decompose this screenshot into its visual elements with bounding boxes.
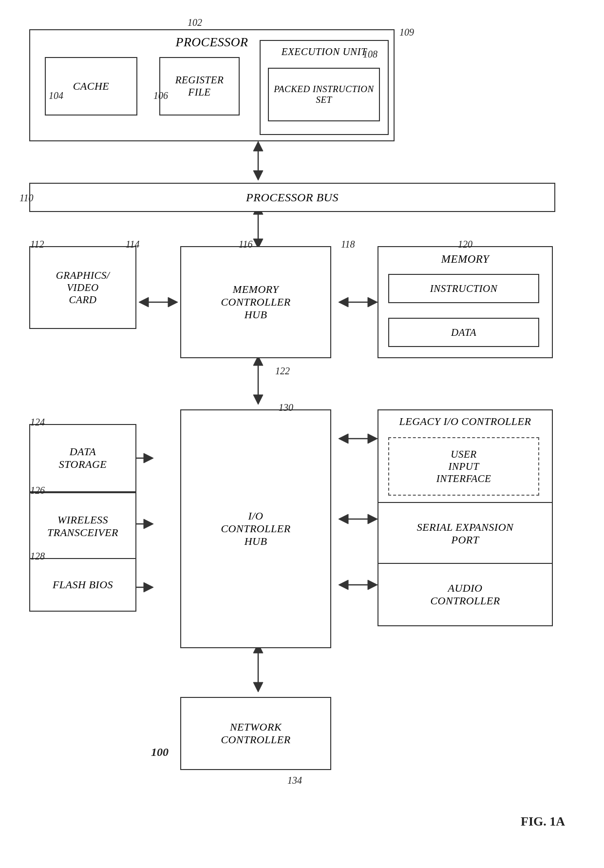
data-label: DATA [451, 327, 476, 339]
processor-label: PROCESSOR [176, 35, 248, 50]
ref-126: 126 [30, 485, 45, 496]
ref-102: 102 [188, 17, 202, 28]
serial-expansion-label: SERIAL EXPANSION PORT [417, 521, 513, 546]
svg-marker-6 [139, 297, 149, 307]
memory-outer-box: MEMORY INSTRUCTION DATA [378, 246, 553, 358]
ref-122: 122 [275, 366, 290, 377]
ref-118: 118 [341, 239, 355, 250]
ref-108: 108 [363, 49, 378, 60]
ref-100: 100 [151, 746, 169, 759]
svg-marker-7 [168, 297, 178, 307]
fig-label: FIG. 1A [521, 814, 565, 829]
memory-label: MEMORY [441, 253, 489, 266]
instruction-label: INSTRUCTION [430, 283, 498, 295]
register-file-box: REGISTER FILE [159, 57, 240, 116]
svg-marker-27 [339, 514, 348, 524]
audio-controller-label: AUDIO CONTROLLER [430, 582, 500, 607]
data-box: DATA [388, 318, 539, 347]
ref-134: 134 [287, 775, 302, 786]
ref-124: 124 [30, 417, 45, 428]
io-controller-box: I/O CONTROLLER HUB [180, 409, 331, 648]
ref-109: 109 [399, 27, 414, 38]
packed-instruction-box: PACKED INSTRUCTION SET [268, 68, 380, 121]
execution-unit-label: EXECUTION UNIT [282, 46, 367, 58]
cache-label: CACHE [73, 80, 110, 93]
diagram: PROCESSOR CACHE REGISTER FILE EXECUTION … [0, 0, 604, 868]
data-storage-label: DATA STORAGE [59, 445, 107, 471]
user-input-box: USER INPUT INTERFACE [388, 437, 539, 496]
ref-128: 128 [30, 551, 45, 562]
wireless-transceiver-label: WIRELESS TRANSCEIVER [47, 514, 118, 539]
processor-box: PROCESSOR CACHE REGISTER FILE EXECUTION … [29, 29, 395, 141]
memory-controller-label: MEMORY CONTROLLER HUB [221, 283, 290, 321]
register-file-label: REGISTER FILE [175, 74, 224, 98]
ref-112: 112 [30, 239, 44, 250]
graphics-video-label: GRAPHICS/ VIDEO CARD [56, 270, 110, 306]
cache-box: CACHE [45, 57, 137, 116]
svg-marker-13 [253, 395, 263, 405]
flash-bios-label: FLASH BIOS [53, 579, 113, 591]
svg-marker-22 [144, 582, 153, 592]
svg-marker-1 [253, 171, 263, 180]
processor-bus-label: PROCESSOR BUS [246, 191, 339, 204]
ref-114: 114 [126, 239, 140, 250]
svg-marker-9 [339, 297, 348, 307]
packed-instruction-label: PACKED INSTRUCTION SET [274, 84, 374, 105]
svg-marker-19 [144, 519, 153, 529]
svg-marker-0 [253, 141, 263, 151]
ref-120: 120 [458, 239, 472, 250]
processor-bus-box: PROCESSOR BUS [29, 183, 555, 212]
data-storage-box: DATA STORAGE [29, 424, 136, 492]
legacy-io-outer-box: LEGACY I/O CONTROLLER USER INPUT INTERFA… [378, 409, 553, 507]
svg-marker-10 [368, 297, 378, 307]
svg-marker-34 [253, 682, 263, 692]
network-controller-label: NETWORK CONTROLLER [221, 721, 290, 746]
ref-116: 116 [239, 239, 253, 250]
ref-106: 106 [153, 90, 168, 101]
wireless-transceiver-box: WIRELESS TRANSCEIVER [29, 492, 136, 560]
user-input-label: USER INPUT INTERFACE [436, 448, 491, 485]
graphics-video-box: GRAPHICS/ VIDEO CARD [29, 246, 136, 329]
svg-marker-24 [339, 434, 348, 444]
svg-marker-28 [368, 514, 378, 524]
svg-marker-31 [368, 580, 378, 590]
serial-expansion-box: SERIAL EXPANSION PORT [378, 502, 553, 565]
io-controller-label: I/O CONTROLLER HUB [221, 510, 290, 548]
ref-130: 130 [279, 402, 293, 413]
legacy-io-label: LEGACY I/O CONTROLLER [399, 415, 531, 428]
svg-marker-25 [368, 434, 378, 444]
svg-marker-30 [339, 580, 348, 590]
network-controller-box: NETWORK CONTROLLER [180, 697, 331, 770]
ref-110: 110 [19, 193, 34, 204]
audio-controller-box: AUDIO CONTROLLER [378, 563, 553, 626]
memory-controller-box: MEMORY CONTROLLER HUB [180, 246, 331, 358]
svg-marker-16 [144, 453, 153, 463]
instruction-box: INSTRUCTION [388, 274, 539, 303]
ref-104: 104 [49, 90, 63, 101]
flash-bios-box: FLASH BIOS [29, 558, 136, 612]
